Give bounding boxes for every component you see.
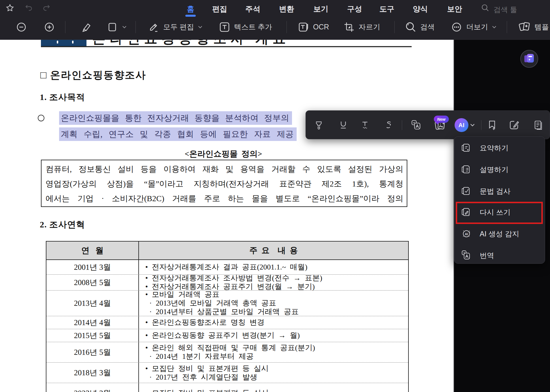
top-toolbar: 홈 편집 주석 변환 보기 구성 도구 양식 보안 검색 툴 모두 편집 텍스트… bbox=[0, 0, 550, 40]
ai-chevron-down-icon[interactable] bbox=[470, 124, 475, 127]
document-header-navy-box bbox=[41, 40, 86, 46]
summarize-icon bbox=[461, 142, 472, 154]
selected-text-line-2[interactable]: 계획 수립, 연구소 및 각종 협회 등에 필요한 자료 제공 bbox=[59, 127, 297, 141]
ai-dropdown-menu: 요약하기 설명하기 문법 검사 다시 쓰기 AI AI 생성 감지 번역 bbox=[454, 136, 545, 264]
tab-security[interactable]: 보안 bbox=[447, 4, 462, 14]
menu-item-summarize[interactable]: 요약하기 bbox=[454, 137, 545, 159]
table-row: 2015년 5월 • 온라인쇼핑동향 공표주기 변경(분기 → 월) bbox=[46, 329, 408, 342]
tab-comment[interactable]: 주석 bbox=[245, 4, 260, 14]
tab-edit[interactable]: 편집 bbox=[212, 4, 227, 14]
menu-item-label: AI 생성 감지 bbox=[480, 229, 519, 239]
row-item: • 전자상거래통계조사 공표주기 변경(월 → 분기) bbox=[145, 282, 408, 291]
zoom-in-button[interactable] bbox=[43, 14, 56, 39]
table-row: 2001년 3월 • 전자상거래통계조사 결과 공표(2001.1.~ 매월) bbox=[46, 259, 408, 274]
search-button[interactable]: 검색 bbox=[405, 14, 435, 39]
menu-item-label: 요약하기 bbox=[480, 143, 508, 153]
section-1-heading: 1. 조사목적 bbox=[40, 91, 85, 103]
history-table: 연 월 주 요 내 용 2001년 3월 • 전자상거래통계조사 결과 공표(2… bbox=[46, 241, 409, 392]
crop-label: 자르기 bbox=[359, 22, 380, 32]
ocr-button[interactable]: OCR bbox=[297, 14, 329, 39]
search-tools-placeholder[interactable]: 검색 툴 bbox=[494, 5, 517, 14]
floating-template-button[interactable]: ✦ bbox=[520, 50, 538, 68]
selection-toolbar: New AI bbox=[306, 110, 550, 139]
tab-organize[interactable]: 구성 bbox=[347, 4, 362, 14]
template-button[interactable]: 템플 bbox=[518, 14, 549, 39]
add-text-button[interactable]: 텍스트 추가 bbox=[219, 14, 272, 39]
table-row: 2014년 4월 • 온라인쇼핑동향조사로 명칭 변경 bbox=[46, 316, 408, 329]
svg-text:AI: AI bbox=[465, 232, 468, 236]
row-item: • 온라인 해외 직접판매 및 구매 통계 공표(분기) bbox=[145, 344, 408, 352]
row-item: • 모집단 정비 및 표본개편 등 실시 bbox=[145, 389, 408, 392]
document-title: □ 온라인쇼핑동향조사 bbox=[40, 68, 146, 82]
document-page[interactable]: 온라인쇼핑동향조사 개요 □ 온라인쇼핑동향조사 1. 조사목적 온라인쇼핑몰을… bbox=[0, 39, 454, 392]
compose-note-icon[interactable] bbox=[508, 119, 520, 131]
row-date: 2008년 5월 bbox=[46, 275, 139, 290]
redo-icon[interactable] bbox=[42, 4, 50, 12]
translate-icon[interactable] bbox=[410, 119, 422, 131]
summary-doc-icon[interactable] bbox=[532, 119, 544, 131]
definition-title: <온라인쇼핑몰 정의> bbox=[185, 148, 262, 159]
table-header-content: 주 요 내 용 bbox=[139, 242, 408, 259]
row-item: · 2014년부터 상품군별 모바일 거래액 공표 bbox=[145, 308, 408, 316]
document-header-rule bbox=[41, 46, 412, 47]
row-item: • 온라인쇼핑동향조사로 명칭 변경 bbox=[145, 318, 408, 327]
tab-convert[interactable]: 변환 bbox=[279, 4, 294, 14]
table-row: 2013년 4월 • 모바일 거래액 공표 · 2013년에 모바일 거래액 총… bbox=[46, 290, 408, 316]
favorite-star-icon[interactable] bbox=[6, 4, 14, 12]
add-text-label: 텍스트 추가 bbox=[234, 22, 272, 32]
edit-all-button[interactable]: 모두 편집 bbox=[148, 14, 202, 39]
table-row: 2016년 5월 • 온라인 해외 직접판매 및 구매 통계 공표(분기) · … bbox=[46, 342, 408, 362]
row-date: 2023년 3월 bbox=[46, 383, 139, 392]
explain-icon bbox=[461, 164, 472, 175]
ai-button[interactable]: AI bbox=[455, 118, 468, 132]
add-bookmark-icon[interactable] bbox=[486, 119, 498, 131]
row-date: 2014년 4월 bbox=[46, 316, 139, 329]
row-item: · 2017년 전후 시계열단절 발생 bbox=[145, 373, 408, 382]
crop-button[interactable]: 자르기 bbox=[343, 14, 380, 39]
highlighter-tool-button[interactable] bbox=[80, 14, 92, 39]
tab-view[interactable]: 보기 bbox=[313, 4, 328, 14]
ocr-label: OCR bbox=[313, 23, 329, 31]
zoom-out-button[interactable] bbox=[15, 14, 28, 39]
row-item: • 모바일 거래액 공표 bbox=[145, 290, 408, 299]
ai-detection-icon: AI bbox=[461, 228, 472, 240]
row-date: 2018년 3월 bbox=[46, 363, 139, 383]
search-label: 검색 bbox=[420, 22, 435, 32]
menu-item-explain[interactable]: 설명하기 bbox=[454, 159, 545, 180]
row-date: 2013년 4월 bbox=[46, 291, 139, 316]
menu-item-ai-detection[interactable]: AI AI 생성 감지 bbox=[454, 223, 545, 244]
new-badge: New bbox=[434, 116, 449, 123]
section-2-heading: 2. 조사연혁 bbox=[40, 219, 85, 231]
tab-tools[interactable]: 도구 bbox=[379, 4, 394, 14]
undo-icon[interactable] bbox=[25, 4, 33, 12]
menu-item-label: 설명하기 bbox=[480, 165, 508, 174]
shape-tool-button[interactable] bbox=[107, 14, 127, 39]
more-button[interactable]: 더보기 bbox=[450, 14, 496, 39]
definition-line: 컴퓨터, 정보통신 설비 등을 이용하여 재화 및 용역을 거래할 수 있도록 … bbox=[46, 164, 403, 174]
rewrite-highlight-box bbox=[456, 202, 543, 224]
flashcard-icon: ✦ bbox=[527, 54, 534, 63]
row-date: 2001년 3월 bbox=[46, 260, 139, 274]
menu-item-grammar-check[interactable]: 문법 검사 bbox=[454, 180, 545, 202]
row-item: • 전자상거래통계조사 조사방법 변경(전수 → 표본) bbox=[145, 274, 408, 282]
table-header-date: 연 월 bbox=[46, 242, 139, 259]
definition-line: 에서는 기업 · 소비자간(B2C) 거래를 주로 하는 몰을 별도로 “온라인… bbox=[46, 194, 403, 203]
tab-forms[interactable]: 양식 bbox=[413, 4, 428, 14]
highlight-icon[interactable] bbox=[313, 119, 324, 131]
menu-item-label: 번역 bbox=[480, 251, 494, 260]
row-item: · 2013년에 모바일 거래액 총액 공표 bbox=[145, 299, 408, 308]
strikethrough-icon[interactable] bbox=[383, 119, 394, 131]
menu-item-translate[interactable]: 번역 bbox=[454, 245, 545, 266]
tab-home[interactable]: 홈 bbox=[187, 4, 194, 14]
definition-line: 영업장(가상의 상점)을 “몰”이라고 지칭하며(전자상거래 표준약관 제2조 … bbox=[46, 179, 403, 189]
selected-text-line-1[interactable]: 온라인쇼핑몰을 통한 전자상거래 동향을 분석하여 정부의 bbox=[59, 111, 292, 125]
document-header-rule-shadow bbox=[41, 48, 412, 48]
grammar-check-icon bbox=[461, 185, 472, 197]
table-header-row: 연 월 주 요 내 용 bbox=[46, 242, 408, 259]
table-row: 2018년 3월 • 모집단 정비 및 표본개편 등 실시 · 2017년 전후… bbox=[46, 362, 408, 383]
more-label: 더보기 bbox=[466, 22, 488, 32]
underline-icon[interactable] bbox=[338, 119, 349, 131]
text-style-icon[interactable] bbox=[359, 119, 370, 131]
search-tools-icon[interactable] bbox=[481, 3, 489, 12]
template-label: 템플 bbox=[534, 22, 549, 32]
